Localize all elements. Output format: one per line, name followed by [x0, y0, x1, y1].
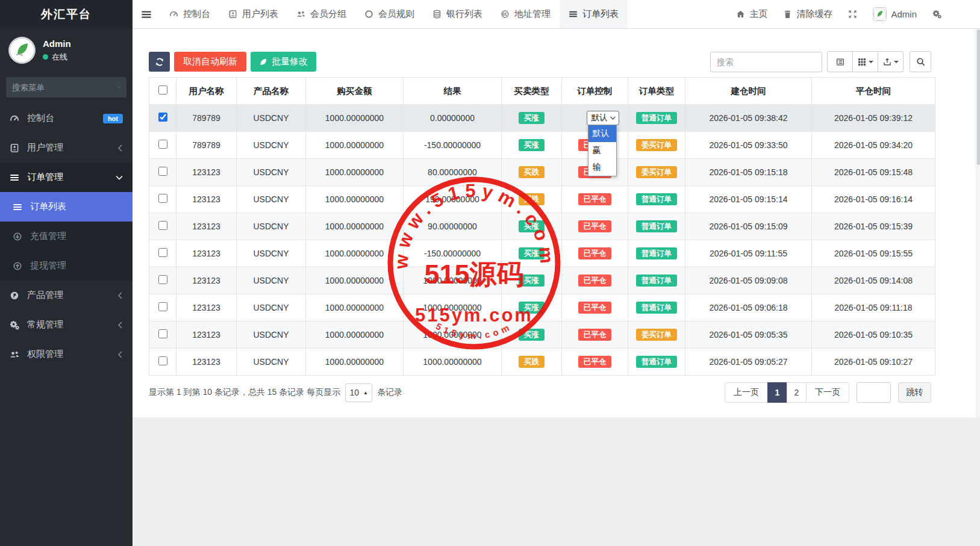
settings-button[interactable]	[932, 10, 941, 19]
page-button-2[interactable]: 2	[787, 382, 807, 403]
select-all-cell	[149, 78, 176, 105]
table-row[interactable]: 123123 USDCNY 1000.00000000 1000.0000000…	[149, 267, 935, 294]
main-content: 取消自动刷新 批量修改 用户名称 产品名称	[133, 29, 980, 417]
jump-page-input[interactable]	[857, 382, 891, 403]
chevron-left-icon	[117, 351, 123, 358]
sidebar-item-users[interactable]: 用户管理	[0, 133, 133, 163]
cell-amount: 1000.00000000	[306, 105, 404, 132]
tab-member-rules[interactable]: 会员规则	[355, 0, 423, 28]
sidebar-search-input[interactable]	[12, 83, 119, 92]
sidebar-item-withdraw[interactable]: 提现管理	[0, 251, 133, 281]
prev-page-button[interactable]: 上一页	[725, 382, 768, 403]
table-row[interactable]: 123123 USDCNY 1000.00000000 190.00000000…	[149, 186, 935, 213]
chevron-left-icon	[117, 292, 123, 299]
avatar	[8, 37, 36, 64]
sidebar-item-products[interactable]: 产品管理	[0, 281, 133, 310]
trash-icon	[783, 10, 792, 19]
tab-address-management[interactable]: 地址管理	[492, 0, 560, 28]
page-size-select[interactable]: 10 ▲	[345, 383, 372, 402]
row-checkbox[interactable]	[158, 113, 167, 122]
scrollbar-thumb[interactable]	[977, 29, 980, 165]
table-row[interactable]: 123123 USDCNY 1000.00000000 1000.0000000…	[149, 294, 935, 321]
sidebar-item-order-management[interactable]: 订单管理	[0, 163, 133, 192]
table-row[interactable]: 123123 USDCNY 1000.00000000 80.00000000 …	[149, 159, 935, 186]
table-header-row: 用户名称 产品名称 购买金额 结果 买卖类型 订单控制 订单类型 建仓时间 平仓…	[149, 78, 935, 105]
sidebar-item-recharge[interactable]: 充值管理	[0, 222, 133, 251]
toolbar: 取消自动刷新 批量修改	[149, 51, 931, 72]
sidebar-item-dashboard[interactable]: 控制台 hot	[0, 104, 133, 133]
tab-user-list[interactable]: 用户列表	[219, 0, 287, 28]
row-checkbox[interactable]	[158, 221, 167, 230]
row-checkbox[interactable]	[158, 248, 167, 257]
tab-bank-list[interactable]: 银行列表	[423, 0, 492, 28]
menu-toggle-icon[interactable]	[133, 0, 160, 28]
cell-close-time: 2026-01-05 09:10:35	[812, 321, 935, 349]
order-type-badge: 普通订单	[636, 247, 677, 260]
cogs-icon	[10, 320, 19, 330]
cell-product: USDCNY	[237, 349, 306, 376]
sidebar-item-permissions[interactable]: 权限管理	[0, 340, 133, 369]
batch-edit-button[interactable]: 批量修改	[251, 52, 316, 72]
menu-option-default[interactable]: 默认	[588, 125, 616, 142]
next-page-button[interactable]: 下一页	[806, 382, 849, 403]
tab-member-groups[interactable]: 会员分组	[287, 0, 355, 28]
row-checkbox[interactable]	[158, 275, 167, 284]
table-row[interactable]: 123123 USDCNY 1000.00000000 -150.0000000…	[149, 240, 935, 267]
select-all-checkbox[interactable]	[158, 85, 167, 95]
cell-type: 普通订单	[628, 267, 685, 294]
tab-order-list[interactable]: 订单列表	[560, 0, 628, 28]
export-button[interactable]	[878, 51, 904, 72]
col-user: 用户名称	[176, 78, 237, 105]
sidebar-item-general[interactable]: 常规管理	[0, 310, 133, 340]
col-open-time: 建仓时间	[685, 78, 812, 105]
table-search-input[interactable]	[710, 52, 822, 72]
search-button[interactable]	[910, 51, 931, 72]
fullscreen-button[interactable]	[848, 10, 857, 19]
table-row[interactable]: 789789 USDCNY 1000.00000000 0.00000000 买…	[149, 105, 935, 132]
row-checkbox[interactable]	[158, 302, 167, 311]
row-checkbox[interactable]	[158, 356, 167, 365]
table-row[interactable]: 123123 USDCNY 1000.00000000 90.00000000 …	[149, 213, 935, 240]
cell-result: 1000.00000000	[404, 294, 502, 321]
cell-close-time: 2026-01-05 09:39:12	[812, 105, 935, 132]
row-checkbox[interactable]	[158, 140, 167, 149]
menu-option-win[interactable]: 赢	[588, 142, 616, 159]
col-product: 产品名称	[237, 78, 306, 105]
table-row[interactable]: 789789 USDCNY 1000.00000000 -150.0000000…	[149, 132, 935, 159]
cell-user: 789789	[176, 132, 237, 159]
columns-button[interactable]	[852, 51, 878, 72]
col-result: 结果	[404, 78, 502, 105]
table-row[interactable]: 123123 USDCNY 1000.00000000 1000.0000000…	[149, 321, 935, 349]
user-menu[interactable]: Admin	[873, 7, 917, 21]
row-checkbox[interactable]	[158, 194, 167, 203]
home-icon	[736, 10, 745, 19]
cancel-auto-refresh-button[interactable]: 取消自动刷新	[174, 52, 246, 72]
clear-cache-label: 清除缓存	[796, 8, 832, 20]
cell-close-time: 2026-01-05 09:34:20	[812, 132, 935, 159]
jump-button[interactable]: 跳转	[898, 382, 931, 403]
scrollbar[interactable]	[976, 29, 980, 417]
sidebar-item-label: 用户管理	[27, 142, 63, 154]
orders-table: 用户名称 产品名称 购买金额 结果 买卖类型 订单控制 订单类型 建仓时间 平仓…	[149, 77, 935, 376]
row-checkbox[interactable]	[158, 329, 167, 338]
sidebar-item-order-list[interactable]: 订单列表	[0, 192, 133, 222]
cell-open-time: 2026-01-05 09:05:27	[685, 349, 812, 376]
cell-open-time: 2026-01-05 09:38:42	[685, 105, 812, 132]
cell-side: 买跌	[502, 159, 562, 186]
row-select-cell	[149, 132, 176, 159]
side-badge: 买跌	[519, 356, 545, 368]
order-control-select[interactable]: 默认	[587, 111, 619, 125]
row-checkbox[interactable]	[158, 167, 167, 176]
caret-down-icon	[869, 61, 873, 63]
refresh-button[interactable]	[149, 52, 170, 72]
tab-dashboard[interactable]: 控制台	[160, 0, 219, 28]
pagination-info-text: 显示第 1 到第 10 条记录，总共 15 条记录 每页显示	[149, 387, 340, 398]
page-button-1[interactable]: 1	[767, 382, 787, 403]
home-link[interactable]: 主页	[736, 8, 767, 20]
order-type-badge: 普通订单	[636, 112, 677, 125]
clear-cache-link[interactable]: 清除缓存	[783, 8, 832, 20]
cell-control: 默认 默认 赢 输	[562, 105, 628, 132]
detail-view-button[interactable]	[827, 51, 853, 72]
table-row[interactable]: 123123 USDCNY 1000.00000000 1000.0000000…	[149, 349, 935, 376]
menu-option-lose[interactable]: 输	[588, 159, 616, 176]
